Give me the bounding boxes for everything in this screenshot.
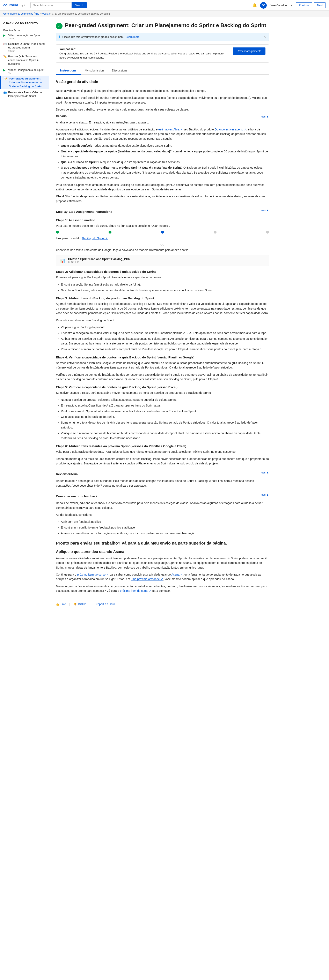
proxima-atividade-link[interactable]: uma próxima atividade ↗ [131,578,163,581]
report-link[interactable]: Report an issue [96,603,115,606]
sidebar-item-peer-graded[interactable]: 📝 Peer-graded Assignment: Criar um Plane… [0,76,49,89]
dot-line-3 [164,232,214,232]
sidebar-item-label-6: Review Your Peers: Criar um Planejamento… [8,91,46,98]
breadcrumb: Gerenciamento de projetos Ágile › Week 3… [0,11,329,17]
dot-3 [161,231,164,234]
sidebar-item-meta-2: 10 min [8,50,46,52]
sidebar-item-video-2[interactable]: ▶ Video: Planejamento do Sprint 1h [0,67,49,76]
tab-instructions[interactable]: Instructions [56,67,81,75]
breadcrumb-link-1[interactable]: Gerenciamento de projetos Ágile [3,12,39,15]
review-criteria-text: Há um total de 7 pontos para esta ativid… [56,479,269,488]
quiz-icon-1: ✏️ [3,55,6,58]
chevron-down-icon: ▼ [290,4,292,7]
sidebar-item-reading-1[interactable]: 📖 Reading: O Sprint: Vídeo geral do Guia… [0,41,49,53]
learn-more-link[interactable]: Learn more [126,35,139,38]
sidebar-item-label-2: Reading: O Sprint: Vídeo geral do Guia d… [8,42,46,49]
obs1-content: Neste curso, você concluirá tarefas norm… [56,96,267,104]
step3-title: Etapa 3: Atribuir Itens do Backlog do pr… [56,296,269,300]
review-assignments-button[interactable]: Review assignments [233,48,265,55]
step5-bullet-4: Cole as células na guia Backlog do Sprin… [61,415,269,420]
less-btn-feedback[interactable]: less ▲ [261,493,269,496]
step6-text2: Tenha em mente que há mais de uma maneir… [56,457,269,466]
step1-text2: Caso você não tenha uma conta do Google,… [56,248,269,252]
steps-heading: Step-By-Step Assignment Instructions [56,210,112,213]
sidebar: O backlog do produto Eventos Scrum ▶ Vid… [0,17,50,980]
breadcrumb-link-2[interactable]: Week 3 [42,12,50,15]
apply-heading: Aplique o que aprendeu usando Asana [56,550,269,554]
thumbs-down-icon: 👎 [73,603,77,606]
step5-title: Etapa 5: Verificar a capacidade de ponto… [56,385,269,389]
breadcrumb-current: Criar um Planejamento do Sprint e Backlo… [52,12,110,15]
search-input[interactable] [30,2,72,8]
reading-icon-1: 📖 [3,42,6,46]
close-icon[interactable]: ✕ [263,35,266,39]
sidebar-item-label-4: Video: Planejamento do Sprint [8,68,44,72]
peer-graded-icon: 📝 [4,77,7,80]
long-text-planning: Para planejar o Sprint, você atribuirá i… [56,183,269,192]
search-button[interactable]: Search [72,2,86,8]
step2-bullet-1: Encontre a seção Sprints (em direção ao … [61,282,269,287]
bell-icon[interactable]: 🔔 [252,3,257,8]
backlog-sprint-link[interactable]: Backlog do Sprint ↗ [82,237,108,240]
bullet-duracao: Qual é a duração do Sprint? A equipe dec… [61,160,269,165]
tabs: Instructions My submission Discussions [56,67,269,75]
like-label: Like [61,603,66,606]
step5-bullet-3: Realize os itens do Sprint atual, certif… [61,409,269,414]
separator-1: | [69,603,70,606]
info-banner: ℹ It looks like this is your first peer-… [56,33,269,41]
long-text-0: Agora que você adicionou épicos, históri… [56,127,269,141]
like-button[interactable]: 👍 Like [56,603,66,606]
review-peers-icon: 👥 [3,91,6,94]
next-button[interactable]: Next [314,2,326,8]
sidebar-item-label-5: Peer-graded Assignment: Criar um Planeja… [9,77,46,88]
or-divider: OU [56,243,269,246]
video-icon-1: ▶ [3,34,6,37]
step2-bullets: Encontre a seção Sprints (em direção ao … [56,282,269,293]
file-name: Create a Sprint Plan and Sprint Backlog_… [68,258,130,261]
dot-5 [266,231,269,234]
review-criteria-section: Review criteria less ▲ Há um total de 7 … [56,468,269,488]
less-btn-steps[interactable]: less ▲ [261,209,269,212]
breadcrumb-sep-2: › [50,12,52,15]
tab-my-submission[interactable]: My submission [81,67,108,75]
bullet-disponivel: Quem está disponível? Todos os membros d… [61,143,269,148]
sidebar-item-review-peers[interactable]: 👥 Review Your Peers: Criar um Planejamen… [0,89,49,99]
sidebar-item-label-1: Video: Introdução ao Sprint [8,33,40,37]
backlog-link[interactable]: Quando estiver aberto ↗ [215,128,246,131]
step4-text: Se você estiver usando o Planilhas Googl… [56,361,269,370]
step3-bullet-2: Encontre o cabeçalho da coluna Valor e c… [61,331,269,336]
step4-title: Etapa 4: Verificar a capacidade de ponto… [56,356,269,359]
feedback-section: Como dar um bom feedback less ▲ Depois d… [56,490,269,536]
sidebar-item-video-1[interactable]: ▶ Video: Introdução ao Sprint 3 min [0,32,49,41]
sidebar-item-quiz-1[interactable]: ✏️ Practice Quiz: Teste seu conhecimento… [0,53,49,67]
tab-discussions[interactable]: Discussions [108,67,132,75]
feedback-sub: Ao dar feedback, considere: [56,512,269,517]
file-attachment[interactable]: 📊 Create a Sprint Plan and Sprint Backlo… [56,255,269,266]
next-course-link-1[interactable]: próximo item do curso ↗ [77,573,109,576]
step3-section: Etapa 3: Atribuir Itens do Backlog do pr… [56,296,269,352]
prev-button[interactable]: Previous [296,2,313,8]
feedback-bullets: Abrir com um feedback positivo Encontrar… [56,519,269,536]
asana-link[interactable]: Asana ↗ [171,573,183,576]
ready-heading: Pronto para enviar seu trabalho? Vá para… [56,541,269,546]
intro-text: Nesta atividade, você planejará seu próx… [56,89,269,93]
estimativas-link[interactable]: estimativas Abra ↗ [158,128,183,131]
less-btn-scenario[interactable]: less ▲ [261,115,269,118]
review-criteria-heading: Review criteria [56,472,78,476]
file-info: Create a Sprint Plan and Sprint Backlog_… [68,258,130,264]
bullet-velocidade: Qual é a capacidade da equipe da equipe … [61,149,269,159]
dislike-label: Dislike [78,603,86,606]
step5-bullet-5: Some o número total de pontos de históri… [61,420,269,430]
less-btn-review[interactable]: less ▲ [261,471,269,474]
partner-logo: gpt [20,4,25,6]
dislike-button[interactable]: 👎 Dislike [73,603,86,606]
step6-text: Volte para a guia Backlog do produto. Pa… [56,449,269,454]
next-course-link-2[interactable]: próximo item do curso ↗ [120,589,152,592]
success-text: Congratulations. You earned 7 / 7 points… [59,52,230,60]
step2-section: Etapa 2: Adicionar a capacidade de ponto… [56,270,269,293]
step2-text: Primeiro, vá para a guia Backlog do Spri… [56,275,269,280]
step4-section: Etapa 4: Verificar a capacidade de ponto… [56,356,269,382]
after-obs-text: Depois de enviar seu trabalho, revise e … [56,107,269,112]
step3-bullets: Vá para a guia Backlog do produto. Encon… [56,325,269,352]
coursera-logo: coursera [3,3,18,7]
